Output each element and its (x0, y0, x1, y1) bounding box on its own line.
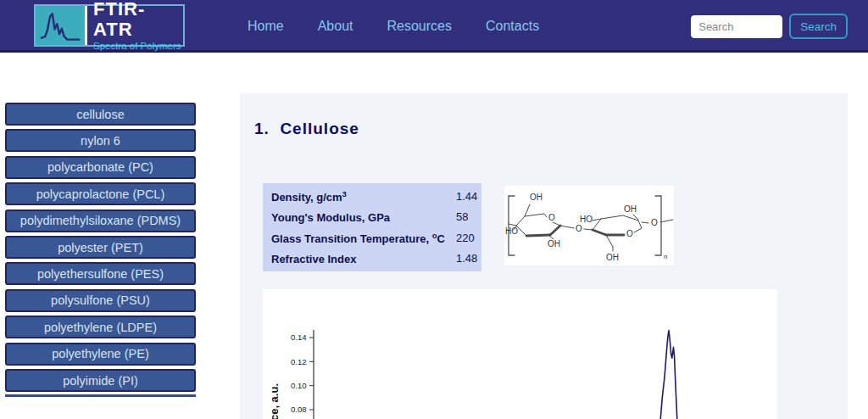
atom-label: OH (530, 193, 542, 202)
sidebar-item-polydimethylsiloxane-pdms[interactable]: polydimethylsiloxane (PDMS) (5, 210, 196, 232)
property-value: 58 (456, 210, 468, 223)
property-row-glass-transition: Glass Transition Temperature, oC 220 (263, 227, 481, 249)
y-axis-label: Absorbance, a.u. (268, 383, 281, 419)
search-area: Search (691, 0, 848, 53)
sidebar-item-nylon-6[interactable]: nylon 6 (5, 129, 196, 152)
atom-label: O (548, 213, 555, 222)
sidebar-item-polyimide-pi[interactable]: polyimide (PI) (5, 369, 196, 392)
structure-image: OH O HO OH O HO OH O OH O n (504, 186, 674, 265)
search-input[interactable] (691, 15, 782, 38)
sidebar-item-polyethersulfone-pes[interactable]: polyethersulfone (PES) (5, 262, 196, 285)
nav-link-resources[interactable]: Resources (387, 19, 452, 34)
sidebar-item-polyethylene-ldpe[interactable]: polyethylene (LDPE) (5, 316, 196, 338)
atom-label: HO (505, 226, 518, 236)
property-value: 220 (456, 232, 475, 244)
property-label: Refractive Index (271, 251, 356, 265)
property-row-youngs-modulus: Young's Modulus, GPa 58 (263, 207, 481, 228)
sidebar-item-polycaprolactone-pcl[interactable]: polycaprolactone (PCL) (5, 182, 196, 205)
atom-label: OH (624, 204, 637, 214)
atom-label: OH (548, 239, 560, 249)
site-title: FTIR-ATR (93, 0, 183, 40)
y-tick-label: 0.14 (291, 332, 307, 342)
spectrum-line (660, 331, 677, 419)
atom-label: HO (580, 215, 593, 224)
search-button[interactable]: Search (789, 14, 848, 39)
nav-link-home[interactable]: Home (248, 19, 284, 34)
page: FTIR-ATR Spectra of Polymers HomeAboutRe… (0, 0, 868, 419)
atom-label: O (626, 229, 633, 238)
nav-link-about[interactable]: About (318, 19, 353, 34)
y-tick-label: 0.08 (291, 405, 307, 414)
property-value: 1.44 (456, 190, 477, 203)
main-content: 1. Cellulose Density, g/cm3 1.44 Young's… (240, 93, 848, 419)
header: FTIR-ATR Spectra of Polymers HomeAboutRe… (0, 0, 868, 53)
property-row-refractive-index: Refractive Index 1.48 (263, 249, 481, 270)
spectrum-icon (36, 6, 85, 45)
site-subtitle: Spectra of Polymers (93, 40, 183, 52)
property-label: Density, g/cm3 (271, 189, 347, 204)
sidebar-item-polycarbonate-pc[interactable]: polycarbonate (PC) (5, 156, 196, 179)
sidebar-item-polysulfone-psu[interactable]: polysulfone (PSU) (5, 289, 196, 312)
atom-label: O (651, 218, 658, 227)
spectrum-chart: Absorbance, a.u. 0.140.120.100.08 (263, 289, 777, 419)
property-label: Young's Modulus, GPa (271, 210, 390, 224)
sidebar-item-polyethylene-pe[interactable]: polyethylene (PE) (5, 343, 196, 366)
nav-link-contacts[interactable]: Contacts (486, 19, 539, 34)
atom-label: O (576, 224, 582, 233)
property-label: Glass Transition Temperature, oC (271, 231, 445, 245)
sidebar-next-item-edge (5, 394, 196, 397)
property-row-density: Density, g/cm3 1.44 (263, 186, 481, 207)
atom-label: OH (606, 253, 619, 262)
cellulose-structure-diagram: OH O HO OH O HO OH O OH O n (504, 186, 674, 265)
repeat-subscript: n (664, 253, 667, 260)
y-tick-label: 0.12 (291, 357, 307, 366)
spectrum-chart-svg: Absorbance, a.u. 0.140.120.100.08 (263, 289, 777, 419)
sidebar-item-cellulose[interactable]: cellulose (5, 103, 196, 126)
sidebar-item-polyester-pet[interactable]: polyester (PET) (5, 236, 196, 259)
site-logo[interactable]: FTIR-ATR Spectra of Polymers (34, 4, 185, 47)
property-value: 1.48 (456, 252, 477, 265)
page-title: 1. Cellulose (254, 120, 359, 138)
properties-table: Density, g/cm3 1.44 Young's Modulus, GPa… (263, 183, 481, 271)
y-tick-label: 0.10 (291, 381, 307, 390)
main-nav: HomeAboutResourcesContacts (248, 0, 539, 53)
